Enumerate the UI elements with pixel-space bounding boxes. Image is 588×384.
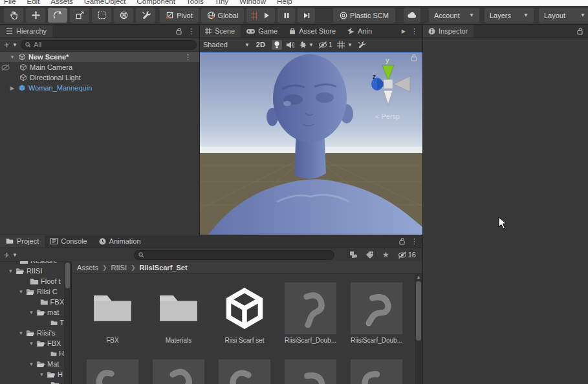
kebab-menu-icon[interactable]: ⋮ xyxy=(188,27,195,36)
tree-item[interactable]: T xyxy=(0,317,64,328)
tab-animation[interactable]: Animation xyxy=(93,235,147,248)
tree-item[interactable]: ▼ Mat xyxy=(0,359,64,369)
tab-inspector[interactable]: Inspector xyxy=(422,25,474,37)
tab-asset-store[interactable]: Asset Store xyxy=(283,25,342,37)
asset-item-scarf[interactable] xyxy=(349,359,404,384)
tab-animator[interactable]: Anin xyxy=(342,25,378,37)
scene-tools-icon[interactable] xyxy=(357,41,365,49)
scene-viewport[interactable]: y z x < Persp xyxy=(199,52,422,235)
tree-item[interactable] xyxy=(0,379,64,384)
foldout-open-icon[interactable]: ▼ xyxy=(18,330,24,336)
foldout-open-icon[interactable]: ▼ xyxy=(28,310,34,315)
tree-scrollbar[interactable] xyxy=(64,261,71,384)
tree-item[interactable]: H xyxy=(0,348,64,359)
global-toggle-button[interactable]: Global xyxy=(201,8,244,23)
shading-dropdown[interactable]: Shaded ▼ xyxy=(203,41,250,48)
tree-item[interactable]: ▼ Riisi's xyxy=(0,328,64,338)
panel-divider[interactable] xyxy=(422,25,423,384)
menu-help[interactable]: Help xyxy=(277,0,292,5)
asset-item-scarf[interactable]: RiisiScarf_Doub... xyxy=(349,283,404,344)
tab-project[interactable]: Project xyxy=(0,235,45,248)
favorites-star-icon[interactable]: ★ xyxy=(382,250,389,259)
scene-kebab-icon[interactable]: ⋮ xyxy=(184,53,199,61)
foldout-open-icon[interactable]: ▼ xyxy=(28,341,34,347)
asset-item-scarf[interactable]: RiisiScarf_Doub... xyxy=(283,283,338,344)
menu-tiny[interactable]: Tiny xyxy=(215,0,228,5)
hierarchy-row-mannequin[interactable]: ▶ Woman_Mannequin xyxy=(0,83,199,93)
asset-item-folder[interactable]: Materials xyxy=(151,283,206,344)
tab-console[interactable]: Console xyxy=(45,235,93,248)
account-dropdown[interactable]: Account▼ xyxy=(429,8,479,23)
packages-visibility-icon[interactable] xyxy=(349,251,358,259)
step-button[interactable] xyxy=(298,8,315,23)
tree-item[interactable]: ▼ H xyxy=(0,369,64,379)
pause-button[interactable] xyxy=(278,8,295,23)
foldout-open-icon[interactable]: ▼ xyxy=(9,54,16,60)
scroll-up-icon[interactable]: ▲ xyxy=(415,274,422,281)
foldout-open-icon[interactable]: ▼ xyxy=(8,268,14,274)
hierarchy-row-scene[interactable]: ▼ New Scene* ⋮ xyxy=(0,52,199,62)
tab-scene[interactable]: Scene xyxy=(199,25,241,37)
plastic-scm-button[interactable]: Plastic SCM xyxy=(333,8,395,23)
asset-item-unity-asset[interactable]: Riisi Scarf set xyxy=(217,283,272,344)
lock-icon[interactable] xyxy=(176,28,182,35)
layout-dropdown[interactable]: Layout▼ xyxy=(539,8,588,23)
menu-tools[interactable]: Tools xyxy=(186,0,204,5)
effects-dropdown[interactable]: ▼ xyxy=(299,41,314,48)
panel-divider[interactable] xyxy=(0,235,422,235)
more-tabs-icon[interactable]: ▶ xyxy=(402,28,406,34)
hierarchy-search-input[interactable]: All xyxy=(21,40,197,50)
rect-tool-button[interactable] xyxy=(92,8,111,23)
project-search-input[interactable] xyxy=(134,250,334,260)
tree-item[interactable]: ▼ RIISI xyxy=(0,266,64,276)
lock-icon[interactable] xyxy=(399,238,406,245)
grid-scrollbar[interactable]: ▲ xyxy=(415,274,422,384)
menu-component[interactable]: Component xyxy=(136,0,175,5)
tree-item[interactable]: ▼ Riisi C xyxy=(0,286,64,297)
lock-icon[interactable] xyxy=(577,28,583,35)
play-button[interactable] xyxy=(257,8,275,23)
breadcrumb-current[interactable]: RiisiScarf_Set xyxy=(140,264,188,272)
create-asset-button[interactable]: ＋▼ xyxy=(3,249,17,261)
tab-hierarchy[interactable]: Hierarchy xyxy=(0,25,52,37)
tree-item[interactable]: FBX xyxy=(0,297,64,307)
hierarchy-row-light[interactable]: Directional Light xyxy=(0,72,199,83)
transform-tool-button[interactable] xyxy=(114,8,133,23)
tree-item[interactable]: ▼ mat xyxy=(0,307,64,317)
rotate-tool-button[interactable] xyxy=(48,8,67,23)
pivot-toggle-button[interactable]: Pivot xyxy=(160,8,199,23)
scale-tool-button[interactable] xyxy=(70,8,89,23)
move-tool-button[interactable] xyxy=(26,8,45,23)
cloud-button[interactable] xyxy=(404,8,420,23)
grid-visibility-dropdown[interactable]: ▼ xyxy=(337,41,353,48)
scene-visibility-toggle[interactable]: 1 xyxy=(318,41,332,48)
menu-assets[interactable]: Assets xyxy=(50,0,73,5)
foldout-open-icon[interactable]: ▼ xyxy=(39,372,45,378)
menu-window[interactable]: Window xyxy=(239,0,266,5)
2d-toggle-button[interactable]: 2D xyxy=(254,41,267,48)
menu-edit[interactable]: Edit xyxy=(27,0,40,5)
label-tag-icon[interactable] xyxy=(366,251,374,259)
panel-divider[interactable] xyxy=(199,25,200,235)
asset-item-scarf[interactable] xyxy=(151,359,206,384)
asset-item-scarf[interactable] xyxy=(283,359,338,384)
tree-item[interactable]: Resourc xyxy=(0,261,64,266)
asset-item-scarf[interactable] xyxy=(85,359,140,384)
menu-gameobject[interactable]: GameObject xyxy=(84,0,126,5)
kebab-menu-icon[interactable]: ⋮ xyxy=(411,27,418,36)
hand-tool-button[interactable] xyxy=(4,8,23,23)
asset-visibility-toggle[interactable]: 16 xyxy=(398,251,416,259)
menu-file[interactable]: File xyxy=(4,0,16,5)
hierarchy-row-camera[interactable]: Main Camera xyxy=(0,62,199,72)
tree-item[interactable]: Floof t xyxy=(0,276,64,286)
tab-game[interactable]: Game xyxy=(241,25,283,37)
breadcrumb-riisi[interactable]: RIISI xyxy=(111,264,127,272)
lighting-toggle-button[interactable] xyxy=(272,40,282,50)
foldout-open-icon[interactable]: ▼ xyxy=(18,289,24,295)
foldout-closed-icon[interactable]: ▶ xyxy=(9,85,16,91)
create-add-button[interactable]: ＋▼ xyxy=(3,39,17,50)
custom-tools-button[interactable] xyxy=(136,8,155,23)
breadcrumb-assets[interactable]: Assets xyxy=(77,264,98,272)
foldout-open-icon[interactable]: ▼ xyxy=(28,361,34,367)
kebab-menu-icon[interactable]: ⋮ xyxy=(411,237,418,246)
